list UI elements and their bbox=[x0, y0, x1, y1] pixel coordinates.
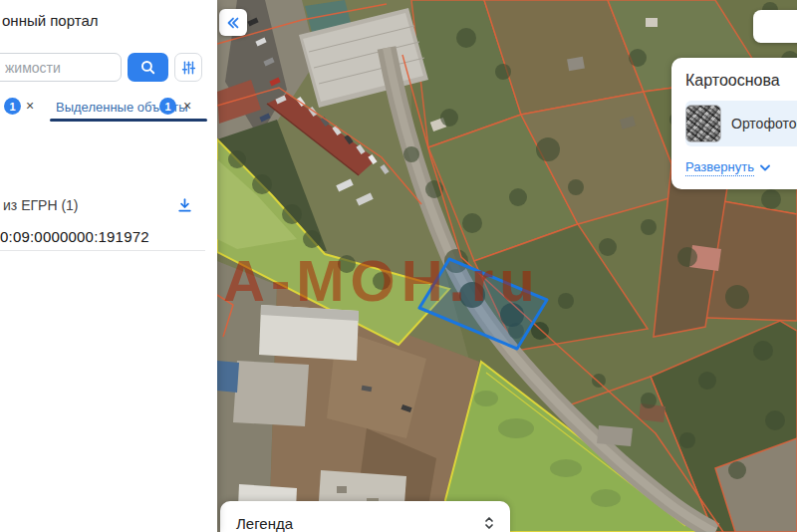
tab2-badge: 1 bbox=[159, 98, 176, 115]
map-tool-button[interactable] bbox=[753, 10, 797, 43]
active-tab-underline bbox=[50, 119, 207, 122]
tab2-close-icon[interactable]: × bbox=[183, 98, 191, 115]
egrn-group-label: из ЕГРН (1) bbox=[3, 197, 79, 213]
filters-button[interactable] bbox=[174, 53, 202, 82]
tab1-badge: 1 bbox=[4, 98, 21, 115]
download-button[interactable] bbox=[173, 194, 195, 216]
divider bbox=[0, 250, 205, 251]
cadastral-number[interactable]: 0:09:0000000:191972 bbox=[0, 228, 149, 245]
basemap-panel: Картооснова Ортофотопл Развернуть bbox=[671, 58, 797, 189]
sidebar: онный портал 1 × Выделенные объекты 1 × … bbox=[0, 0, 217, 532]
expand-link-label: Развернуть bbox=[685, 159, 754, 176]
legend-title: Легенда bbox=[236, 515, 482, 532]
basemap-layer-label: Ортофотопл bbox=[731, 116, 797, 132]
chevron-down-icon bbox=[760, 164, 770, 171]
watermark: А-МОН.ru bbox=[223, 248, 541, 313]
download-icon bbox=[176, 197, 193, 214]
legend-panel[interactable]: Легенда bbox=[220, 501, 510, 532]
search-icon bbox=[139, 59, 156, 76]
app-title: онный портал bbox=[2, 12, 99, 29]
collapse-sidebar-button[interactable] bbox=[219, 9, 247, 36]
unfold-chevrons-icon bbox=[482, 515, 496, 531]
search-input[interactable] bbox=[0, 53, 122, 82]
double-chevron-left-icon bbox=[225, 15, 241, 31]
tab-bar: 1 × Выделенные объекты 1 × bbox=[0, 94, 217, 124]
sliders-icon bbox=[180, 60, 196, 76]
basemap-expand-link[interactable]: Развернуть bbox=[685, 159, 797, 176]
tab1-close-icon[interactable]: × bbox=[26, 98, 34, 115]
basemap-panel-title: Картооснова bbox=[685, 72, 797, 90]
basemap-layer-row[interactable]: Ортофотопл bbox=[685, 101, 797, 146]
basemap-thumbnail bbox=[685, 105, 721, 142]
search-button[interactable] bbox=[128, 53, 168, 82]
